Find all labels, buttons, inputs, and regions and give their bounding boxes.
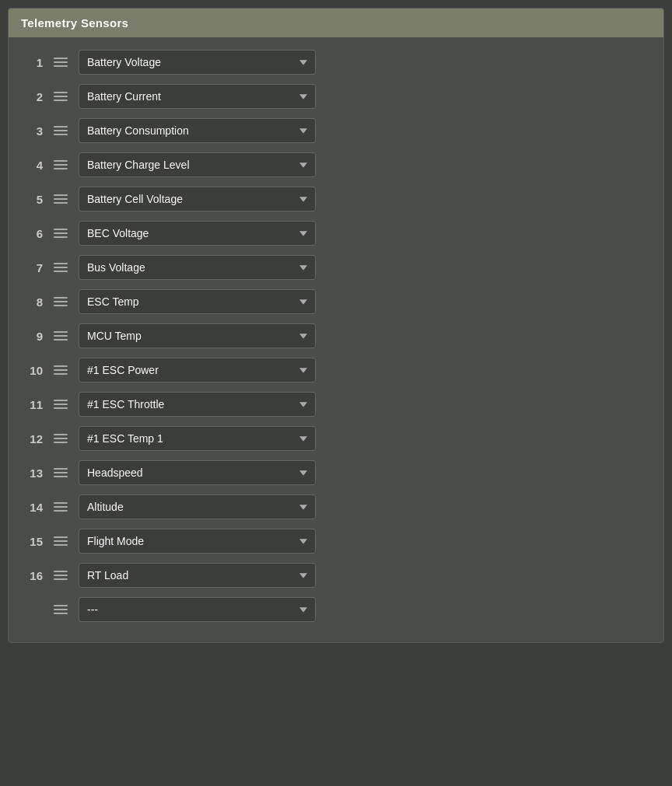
row-number: 11 bbox=[21, 398, 43, 411]
telemetry-sensors-panel: Telemetry Sensors 1---Battery VoltageBat… bbox=[8, 8, 664, 643]
sensor-select[interactable]: ---Battery VoltageBattery CurrentBattery… bbox=[79, 563, 316, 588]
sensor-row: 16---Battery VoltageBattery CurrentBatte… bbox=[21, 558, 651, 592]
sensor-select[interactable]: ---Battery VoltageBattery CurrentBattery… bbox=[79, 255, 316, 280]
sensor-row: 12---Battery VoltageBattery CurrentBatte… bbox=[21, 421, 651, 456]
sensor-row: 4---Battery VoltageBattery CurrentBatter… bbox=[21, 148, 651, 182]
drag-handle-icon[interactable] bbox=[51, 159, 71, 171]
sensor-select[interactable]: ---Battery VoltageBattery CurrentBattery… bbox=[79, 358, 316, 383]
drag-handle-icon[interactable] bbox=[51, 261, 71, 274]
drag-handle-icon[interactable] bbox=[51, 56, 71, 68]
drag-handle-icon[interactable] bbox=[51, 193, 71, 205]
panel-body: 1---Battery VoltageBattery CurrentBatter… bbox=[9, 37, 663, 642]
drag-handle-icon[interactable] bbox=[51, 398, 71, 410]
sensor-select[interactable]: ---Battery VoltageBattery CurrentBattery… bbox=[79, 221, 316, 246]
panel-title: Telemetry Sensors bbox=[21, 16, 128, 30]
sensor-row: 7---Battery VoltageBattery CurrentBatter… bbox=[21, 250, 651, 285]
sensor-row: 10---Battery VoltageBattery CurrentBatte… bbox=[21, 353, 651, 387]
row-number: 1 bbox=[21, 56, 43, 69]
row-number: 15 bbox=[21, 535, 43, 548]
drag-handle-icon[interactable] bbox=[51, 603, 71, 616]
row-number: 9 bbox=[21, 330, 43, 343]
sensor-select[interactable]: ---Battery VoltageBattery CurrentBattery… bbox=[79, 50, 316, 75]
sensor-row: 9---Battery VoltageBattery CurrentBatter… bbox=[21, 319, 651, 353]
drag-handle-icon[interactable] bbox=[51, 124, 71, 137]
sensor-select[interactable]: ---Battery VoltageBattery CurrentBattery… bbox=[79, 529, 316, 554]
sensor-row: 3---Battery VoltageBattery CurrentBatter… bbox=[21, 114, 651, 148]
row-number: 4 bbox=[21, 159, 43, 172]
row-number: 3 bbox=[21, 124, 43, 138]
drag-handle-icon[interactable] bbox=[51, 90, 71, 103]
sensor-select[interactable]: ---Battery VoltageBattery CurrentBattery… bbox=[79, 289, 316, 314]
drag-handle-icon[interactable] bbox=[51, 569, 71, 582]
drag-handle-icon[interactable] bbox=[51, 501, 71, 513]
row-number: 6 bbox=[21, 227, 43, 240]
panel-header: Telemetry Sensors bbox=[9, 9, 663, 37]
row-number: 13 bbox=[21, 466, 43, 480]
row-number: 10 bbox=[21, 364, 43, 377]
drag-handle-icon[interactable] bbox=[51, 432, 71, 445]
sensor-select[interactable]: ---Battery VoltageBattery CurrentBattery… bbox=[79, 187, 316, 211]
sensor-select[interactable]: ---Battery VoltageBattery CurrentBattery… bbox=[79, 392, 316, 417]
drag-handle-icon[interactable] bbox=[51, 535, 71, 547]
sensor-select[interactable]: ---Battery VoltageBattery CurrentBattery… bbox=[79, 323, 316, 348]
sensor-select[interactable]: ---Battery VoltageBattery CurrentBattery… bbox=[79, 84, 316, 109]
sensor-row: 6---Battery VoltageBattery CurrentBatter… bbox=[21, 216, 651, 250]
sensor-row: 11---Battery VoltageBattery CurrentBatte… bbox=[21, 387, 651, 421]
row-number: 14 bbox=[21, 501, 43, 514]
sensor-select[interactable]: ---Battery VoltageBattery CurrentBattery… bbox=[79, 494, 316, 519]
sensor-row: 15---Battery VoltageBattery CurrentBatte… bbox=[21, 524, 651, 558]
sensor-select[interactable]: ---Battery VoltageBattery CurrentBattery… bbox=[79, 597, 316, 622]
drag-handle-icon[interactable] bbox=[51, 466, 71, 479]
sensor-row: 5---Battery VoltageBattery CurrentBatter… bbox=[21, 182, 651, 216]
drag-handle-icon[interactable] bbox=[51, 330, 71, 342]
sensor-row: ---Battery VoltageBattery CurrentBattery… bbox=[21, 592, 651, 627]
row-number: 5 bbox=[21, 193, 43, 206]
drag-handle-icon[interactable] bbox=[51, 227, 71, 239]
row-number: 12 bbox=[21, 432, 43, 445]
sensor-select[interactable]: ---Battery VoltageBattery CurrentBattery… bbox=[79, 460, 316, 485]
row-number: 8 bbox=[21, 295, 43, 309]
row-number: 7 bbox=[21, 261, 43, 274]
sensor-row: 2---Battery VoltageBattery CurrentBatter… bbox=[21, 79, 651, 114]
sensor-select[interactable]: ---Battery VoltageBattery CurrentBattery… bbox=[79, 118, 316, 143]
sensor-row: 14---Battery VoltageBattery CurrentBatte… bbox=[21, 490, 651, 524]
drag-handle-icon[interactable] bbox=[51, 295, 71, 308]
drag-handle-icon[interactable] bbox=[51, 364, 71, 376]
sensor-select[interactable]: ---Battery VoltageBattery CurrentBattery… bbox=[79, 426, 316, 451]
sensor-row: 1---Battery VoltageBattery CurrentBatter… bbox=[21, 45, 651, 79]
row-number: 16 bbox=[21, 569, 43, 582]
sensor-row: 8---Battery VoltageBattery CurrentBatter… bbox=[21, 285, 651, 319]
row-number: 2 bbox=[21, 90, 43, 103]
sensor-select[interactable]: ---Battery VoltageBattery CurrentBattery… bbox=[79, 152, 316, 177]
sensor-row: 13---Battery VoltageBattery CurrentBatte… bbox=[21, 456, 651, 490]
